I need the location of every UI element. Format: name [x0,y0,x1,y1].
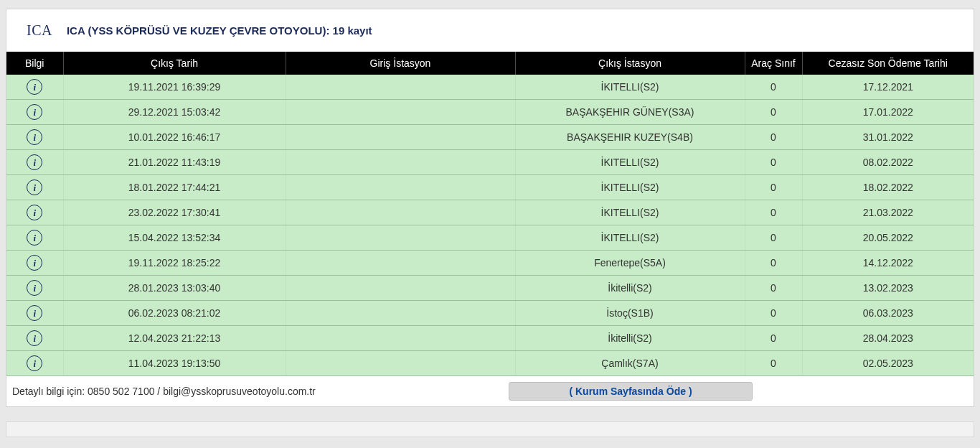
cell-info: i [6,351,63,376]
col-header-vehicle-class: Araç Sınıf [745,52,802,75]
info-icon[interactable]: i [27,154,42,170]
col-header-exit-station: Çıkış İstasyon [515,52,745,75]
cell-exit-station: İKITELLI(S2) [515,150,745,175]
cell-exit-date: 18.01.2022 17:44:21 [63,175,286,200]
cell-exit-station: İKITELLI(S2) [515,175,745,200]
cell-exit-station: İKITELLI(S2) [515,200,745,225]
cell-due-date: 28.04.2023 [802,326,974,351]
table-row: i23.02.2022 17:30:41İKITELLI(S2)021.03.2… [6,200,974,225]
cell-vehicle-class: 0 [745,276,802,301]
cell-info: i [6,150,63,175]
info-icon[interactable]: i [27,79,42,95]
cell-vehicle-class: 0 [745,326,802,351]
cell-exit-date: 29.12.2021 15:03:42 [63,100,286,125]
cell-vehicle-class: 0 [745,100,802,125]
cell-entry-station [286,175,515,200]
cell-entry-station [286,301,515,326]
cell-due-date: 31.01.2022 [802,125,974,150]
cell-exit-date: 15.04.2022 13:52:34 [63,225,286,251]
cell-entry-station [286,125,515,150]
cell-info: i [6,276,63,301]
col-header-exit-date: Çıkış Tarih [63,52,286,75]
info-icon[interactable]: i [27,280,42,296]
panel-footer: Detaylı bilgi için: 0850 502 7100 / bilg… [6,376,974,406]
cell-entry-station [286,326,515,351]
pay-on-institution-page-button[interactable]: ( Kurum Sayfasında Öde ) [509,382,753,401]
cell-exit-station: İKITELLI(S2) [515,75,745,100]
cell-exit-date: 19.11.2022 18:25:22 [63,251,286,276]
col-header-entry-station: Giriş İstasyon [286,52,515,75]
cell-exit-date: 23.02.2022 17:30:41 [63,200,286,225]
cell-due-date: 14.12.2022 [802,251,974,276]
cell-exit-date: 06.02.2023 08:21:02 [63,301,286,326]
cell-info: i [6,225,63,251]
cell-info: i [6,326,63,351]
cell-due-date: 06.03.2023 [802,301,974,326]
bottom-strip [6,421,974,437]
records-table: Bilgi Çıkış Tarih Giriş İstasyon Çıkış İ… [6,52,974,376]
cell-info: i [6,100,63,125]
info-icon[interactable]: i [27,104,42,120]
cell-vehicle-class: 0 [745,225,802,251]
info-icon[interactable]: i [27,129,42,145]
cell-vehicle-class: 0 [745,200,802,225]
table-row: i21.01.2022 11:43:19İKITELLI(S2)008.02.2… [6,150,974,175]
table-row: i18.01.2022 17:44:21İKITELLI(S2)018.02.2… [6,175,974,200]
info-icon[interactable]: i [27,230,42,246]
cell-info: i [6,251,63,276]
cell-exit-station: Çamlık(S7A) [515,351,745,376]
cell-info: i [6,75,63,100]
cell-due-date: 17.01.2022 [802,100,974,125]
info-icon[interactable]: i [27,305,42,321]
cell-exit-date: 21.01.2022 11:43:19 [63,150,286,175]
cell-exit-station: BAŞAKŞEHIR KUZEY(S4B) [515,125,745,150]
cell-due-date: 17.12.2021 [802,75,974,100]
cell-entry-station [286,150,515,175]
cell-exit-station: İkitelli(S2) [515,276,745,301]
cell-entry-station [286,75,515,100]
cell-due-date: 08.02.2022 [802,150,974,175]
cell-vehicle-class: 0 [745,351,802,376]
cell-entry-station [286,251,515,276]
table-row: i12.04.2023 21:22:13İkitelli(S2)028.04.2… [6,326,974,351]
cell-entry-station [286,225,515,251]
info-icon[interactable]: i [27,355,42,371]
cell-exit-station: İstoç(S1B) [515,301,745,326]
cell-exit-station: İkitelli(S2) [515,326,745,351]
table-header-row: Bilgi Çıkış Tarih Giriş İstasyon Çıkış İ… [6,52,974,75]
cell-due-date: 21.03.2022 [802,200,974,225]
cell-due-date: 20.05.2022 [802,225,974,251]
info-icon[interactable]: i [27,179,42,195]
cell-info: i [6,175,63,200]
cell-info: i [6,301,63,326]
cell-vehicle-class: 0 [745,150,802,175]
info-icon[interactable]: i [27,205,42,220]
cell-entry-station [286,276,515,301]
cell-vehicle-class: 0 [745,301,802,326]
panel-header: ICA ICA (YSS KÖPRÜSÜ VE KUZEY ÇEVRE OTOY… [6,9,974,52]
cell-exit-date: 12.04.2023 21:22:13 [63,326,286,351]
cell-vehicle-class: 0 [745,125,802,150]
info-icon[interactable]: i [27,330,42,346]
panel-title: ICA (YSS KÖPRÜSÜ VE KUZEY ÇEVRE OTOYOLU)… [67,24,372,37]
cell-entry-station [286,351,515,376]
cell-entry-station [286,200,515,225]
cell-due-date: 13.02.2023 [802,276,974,301]
cell-info: i [6,200,63,225]
info-icon[interactable]: i [27,255,42,271]
cell-vehicle-class: 0 [745,175,802,200]
table-row: i11.04.2023 19:13:50Çamlık(S7A)002.05.20… [6,351,974,376]
contact-info: Detaylı bilgi için: 0850 502 7100 / bilg… [12,386,509,397]
cell-exit-date: 19.11.2021 16:39:29 [63,75,286,100]
table-row: i19.11.2022 18:25:22Fenertepe(S5A)014.12… [6,251,974,276]
cell-entry-station [286,100,515,125]
table-row: i15.04.2022 13:52:34İKITELLI(S2)020.05.2… [6,225,974,251]
cell-exit-station: Fenertepe(S5A) [515,251,745,276]
cell-due-date: 18.02.2022 [802,175,974,200]
cell-exit-date: 10.01.2022 16:46:17 [63,125,286,150]
cell-info: i [6,125,63,150]
table-row: i28.01.2023 13:03:40İkitelli(S2)013.02.2… [6,276,974,301]
cell-due-date: 02.05.2023 [802,351,974,376]
records-panel: ICA ICA (YSS KÖPRÜSÜ VE KUZEY ÇEVRE OTOY… [6,9,974,407]
cell-exit-station: İKITELLI(S2) [515,225,745,251]
